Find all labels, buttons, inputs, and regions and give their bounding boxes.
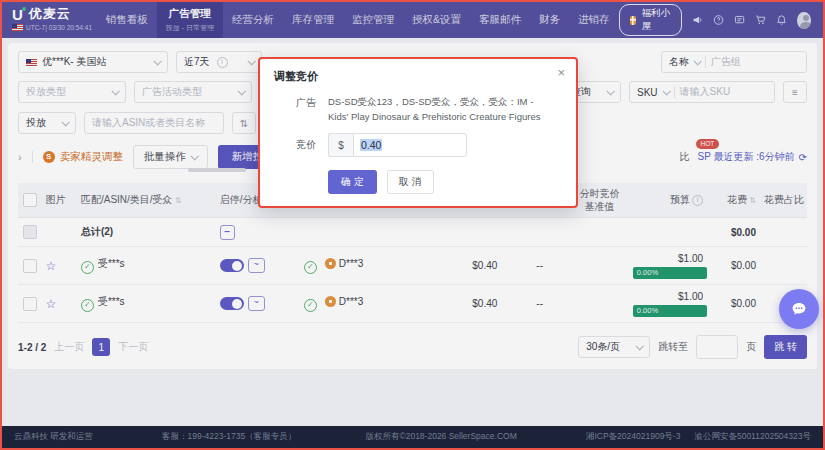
bid-label: 竞价 bbox=[260, 133, 316, 157]
chat-support-button[interactable] bbox=[779, 289, 819, 329]
chat-bubble-icon bbox=[790, 300, 808, 318]
close-icon[interactable]: × bbox=[557, 66, 565, 79]
ad-label: 广告 bbox=[260, 95, 316, 124]
confirm-button[interactable]: 确 定 bbox=[328, 170, 377, 194]
cancel-button[interactable]: 取 消 bbox=[387, 170, 434, 194]
ad-value: DS-SD受众123，DS-SD受众，受众，受众：IM - Kids' Play… bbox=[328, 95, 548, 124]
adjust-bid-modal: 调整竞价 × 广告 DS-SD受众123，DS-SD受众，受众，受众：IM - … bbox=[258, 57, 578, 208]
bid-input[interactable]: 0.40 bbox=[353, 133, 467, 157]
app-window: U 优麦云 UTC-7| 03/30 20:54:41 销售看板 广告管理 投放… bbox=[0, 0, 825, 450]
currency-prefix: $ bbox=[328, 133, 353, 157]
modal-title: 调整竞价 bbox=[260, 59, 576, 86]
